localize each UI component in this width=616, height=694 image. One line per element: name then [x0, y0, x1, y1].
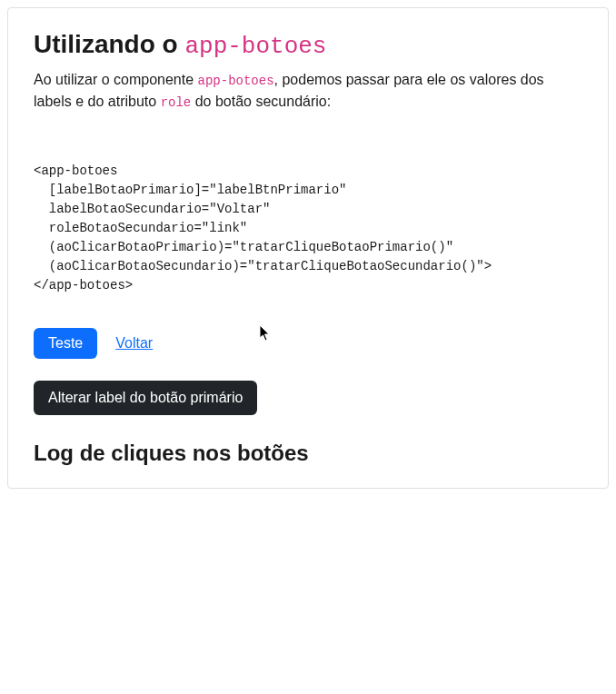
code-example: <app-botoes [labelBotaoPrimario]="labelB… [34, 162, 582, 295]
page-title: Utilizando o app-botoes [34, 30, 582, 60]
paragraph-code1: app-botoes [198, 74, 274, 88]
content-card: Utilizando o app-botoes Ao utilizar o co… [7, 7, 609, 489]
paragraph-part3: do botão secundário: [191, 94, 331, 109]
demo-button-row: Teste Voltar [34, 328, 582, 359]
paragraph-code2: role [161, 95, 192, 110]
paragraph-part1: Ao utilizar o componente [34, 72, 198, 87]
heading-prefix: Utilizando o [34, 30, 184, 58]
primary-button[interactable]: Teste [34, 328, 97, 359]
intro-paragraph: Ao utilizar o componente app-botoes, pod… [34, 69, 582, 113]
heading-code: app-botoes [184, 33, 326, 60]
change-label-button[interactable]: Alterar label do botão primário [34, 381, 257, 415]
secondary-link-button[interactable]: Voltar [115, 335, 153, 352]
log-heading: Log de cliques nos botões [34, 441, 582, 466]
